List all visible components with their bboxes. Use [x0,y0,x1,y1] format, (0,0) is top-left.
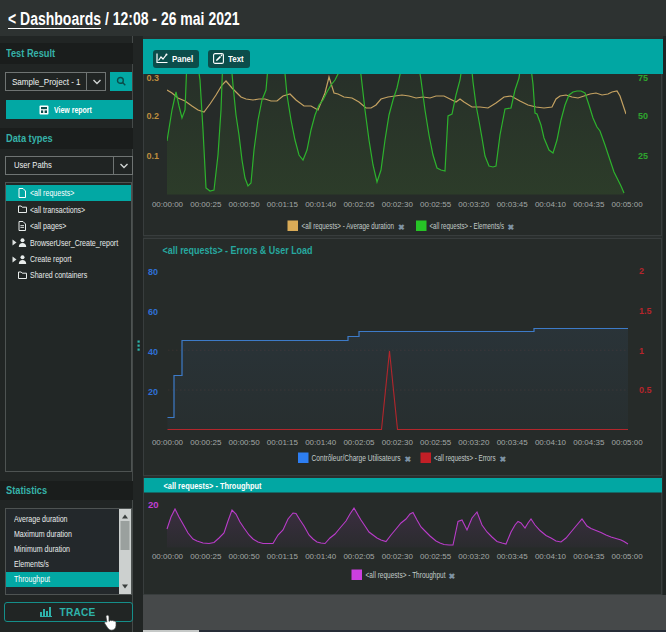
svg-text:80: 80 [148,267,158,277]
svg-text:00:04:10: 00:04:10 [535,552,567,561]
svg-text:00:02:55: 00:02:55 [420,200,452,209]
svg-text:00:00:25: 00:00:25 [190,200,222,209]
svg-text:20: 20 [148,499,159,510]
svg-text:00:03:45: 00:03:45 [497,438,529,447]
svg-text:00:02:55: 00:02:55 [420,438,452,447]
svg-text:00:01:40: 00:01:40 [305,438,337,447]
svg-text:00:00:00: 00:00:00 [152,552,184,561]
svg-text:00:04:35: 00:04:35 [573,200,605,209]
svg-text:<all requests> - Elements/s: <all requests> - Elements/s [430,221,505,231]
svg-text:<all requests> - Throughput: <all requests> - Throughput [164,481,262,491]
svg-text:00:00:50: 00:00:50 [229,438,261,447]
svg-text:2: 2 [639,266,644,276]
svg-text:00:01:15: 00:01:15 [267,552,299,561]
svg-text:00:02:30: 00:02:30 [382,438,414,447]
svg-text:00:04:35: 00:04:35 [573,552,605,561]
svg-text:75: 75 [638,74,648,83]
svg-text:✖: ✖ [508,223,515,232]
svg-text:00:05:00: 00:05:00 [612,438,644,447]
svg-text:00:01:40: 00:01:40 [305,200,337,209]
svg-text:00:00:00: 00:00:00 [152,438,184,447]
svg-text:<all requests> - Throughput: <all requests> - Throughput [366,570,446,580]
svg-text:00:03:20: 00:03:20 [458,200,490,209]
svg-text:0.3: 0.3 [146,74,159,83]
svg-text:00:03:45: 00:03:45 [497,200,529,209]
svg-text:00:01:40: 00:01:40 [305,552,337,561]
svg-text:✖: ✖ [449,572,456,581]
svg-text:✖: ✖ [405,455,412,464]
svg-text:50: 50 [638,111,648,121]
svg-text:✖: ✖ [398,223,405,232]
svg-text:00:03:20: 00:03:20 [458,552,490,561]
svg-text:00:03:45: 00:03:45 [497,552,529,561]
svg-text:00:02:05: 00:02:05 [343,438,375,447]
svg-text:40: 40 [148,347,158,357]
svg-text:0.5: 0.5 [639,385,652,395]
svg-text:00:04:10: 00:04:10 [535,200,567,209]
svg-text:00:05:00: 00:05:00 [612,552,644,561]
svg-text:00:00:25: 00:00:25 [190,552,222,561]
svg-text:Contrôleur/Charge Utilisateurs: Contrôleur/Charge Utilisateurs [312,453,401,463]
svg-text:00:04:35: 00:04:35 [573,438,605,447]
svg-text:25: 25 [638,151,648,161]
svg-text:00:02:55: 00:02:55 [420,552,452,561]
svg-text:00:04:10: 00:04:10 [535,438,567,447]
svg-text:1: 1 [639,346,644,356]
svg-text:00:01:15: 00:01:15 [267,200,299,209]
svg-text:✖: ✖ [500,455,507,464]
svg-text:00:03:20: 00:03:20 [458,438,490,447]
svg-text:00:01:15: 00:01:15 [267,438,299,447]
svg-text:<all requests> - Errors & User: <all requests> - Errors & User Load [163,245,313,256]
svg-text:60: 60 [148,307,158,317]
svg-text:0.1: 0.1 [146,151,159,161]
svg-text:<all requests> - Average durat: <all requests> - Average duration [302,221,395,231]
svg-text:00:00:50: 00:00:50 [229,200,261,209]
svg-text:1.5: 1.5 [639,306,652,316]
svg-text:00:00:50: 00:00:50 [229,552,261,561]
svg-text:00:02:30: 00:02:30 [382,200,414,209]
svg-text:00:05:00: 00:05:00 [612,200,644,209]
svg-text:20: 20 [148,387,158,397]
svg-text:00:00:00: 00:00:00 [152,200,184,209]
svg-text:00:02:05: 00:02:05 [343,200,375,209]
svg-text:00:02:30: 00:02:30 [382,552,414,561]
svg-text:0.2: 0.2 [146,111,159,121]
svg-text:00:00:25: 00:00:25 [190,438,222,447]
svg-text:00:02:05: 00:02:05 [343,552,375,561]
svg-text:<all requests> - Errors: <all requests> - Errors [434,453,496,463]
